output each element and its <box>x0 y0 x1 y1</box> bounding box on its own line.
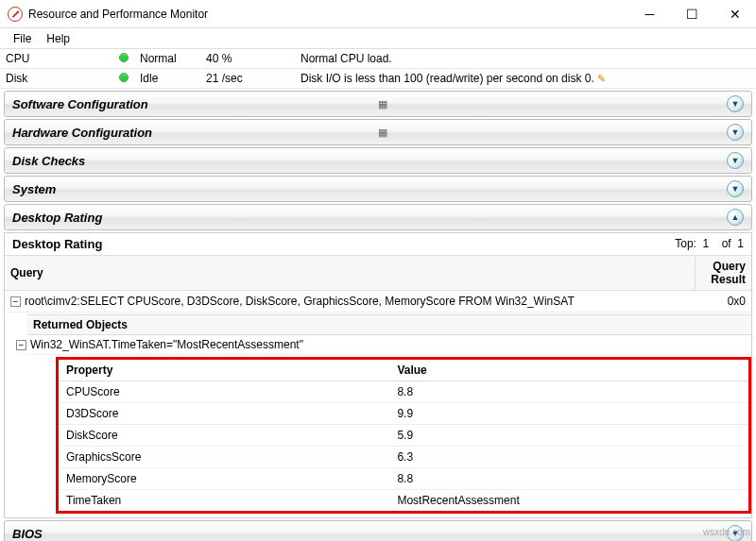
section-disk-checks[interactable]: Disk Checks ▼ <box>4 147 752 174</box>
expand-icon[interactable]: ▼ <box>727 95 744 112</box>
section-label: BIOS <box>12 527 43 541</box>
stat-cpu-desc: Normal CPU load. <box>295 49 756 69</box>
returned-objects-box: Returned Objects −Win32_WinSAT.TimeTaken… <box>27 314 751 514</box>
section-label: Disk Checks <box>12 154 85 168</box>
watermark: wsxdn.com <box>703 527 750 537</box>
queryresult-header: Query Result <box>695 256 751 291</box>
table-row: GraphicsScore6.3 <box>59 447 748 468</box>
query-table: Query Query Result −root\cimv2:SELECT CP… <box>5 256 751 313</box>
stat-cpu-label: CPU <box>0 49 113 69</box>
stat-disk-desc: Disk I/O is less than 100 (read/write) p… <box>301 72 594 85</box>
table-row: CPUScore8.8 <box>59 381 748 403</box>
edit-icon[interactable]: ✎ <box>597 73 606 85</box>
section-label: Desktop Rating <box>12 211 102 225</box>
minimize-button[interactable]: ─ <box>628 0 671 27</box>
query-text: root\cimv2:SELECT CPUScore, D3DScore, Di… <box>25 295 575 308</box>
section-label: Hardware Configuration <box>12 126 152 140</box>
table-row: MemoryScore8.8 <box>59 468 748 490</box>
calendar-icon: ▦ <box>378 127 387 139</box>
stat-cpu-value: 40 % <box>200 49 295 69</box>
menu-file[interactable]: File <box>6 30 39 47</box>
window-title: Resource and Performance Monitor <box>28 8 628 21</box>
returned-object-row: −Win32_WinSAT.TimeTaken="MostRecentAsses… <box>27 335 751 355</box>
scores-box: Property Value CPUScore8.8 D3DScore9.9 D… <box>56 357 751 514</box>
scores-table: Property Value CPUScore8.8 D3DScore9.9 D… <box>59 360 748 511</box>
section-label: System <box>12 182 56 196</box>
status-dot-icon <box>119 53 129 62</box>
rating-pager: Top: 1 of 1 <box>675 237 744 251</box>
calendar-icon: ▦ <box>378 98 387 110</box>
stat-disk-status: Idle <box>134 69 200 89</box>
tree-collapse-icon[interactable]: − <box>10 296 21 307</box>
tree-collapse-icon[interactable]: − <box>16 340 26 350</box>
collapse-icon[interactable]: ▲ <box>727 209 744 226</box>
property-header: Property <box>59 360 389 381</box>
expand-icon[interactable]: ▼ <box>727 152 744 169</box>
section-bios[interactable]: BIOS ▼ <box>4 520 752 541</box>
table-row: TimeTakenMostRecentAssessment <box>59 490 748 512</box>
section-hardware-config[interactable]: Hardware Configuration ▦ ▼ <box>4 119 752 145</box>
stat-disk-label: Disk <box>0 69 113 89</box>
rating-heading: Desktop Rating <box>12 237 102 251</box>
section-label: Software Configuration <box>12 97 148 111</box>
value-header: Value <box>389 360 748 381</box>
query-row: −root\cimv2:SELECT CPUScore, D3DScore, D… <box>5 291 751 313</box>
titlebar: Resource and Performance Monitor ─ ☐ ✕ <box>0 0 756 28</box>
stat-row-disk: Disk Idle 21 /sec Disk I/O is less than … <box>0 69 756 89</box>
status-dot-icon <box>119 73 129 82</box>
table-row: D3DScore9.9 <box>59 403 748 425</box>
window-controls: ─ ☐ ✕ <box>628 0 756 27</box>
maximize-button[interactable]: ☐ <box>671 0 713 27</box>
stat-cpu-status: Normal <box>134 49 200 69</box>
query-result: 0x0 <box>695 291 751 313</box>
returned-header: Returned Objects <box>27 314 751 335</box>
menu-help[interactable]: Help <box>39 30 77 47</box>
stat-disk-value: 21 /sec <box>200 69 295 89</box>
section-desktop-rating[interactable]: Desktop Rating ▲ <box>4 204 752 230</box>
app-icon <box>8 7 23 22</box>
desktop-rating-panel: Desktop Rating Top: 1 of 1 Query Query R… <box>4 232 752 518</box>
close-button[interactable]: ✕ <box>713 0 756 27</box>
stat-row-cpu: CPU Normal 40 % Normal CPU load. <box>0 49 756 69</box>
menubar: File Help <box>0 28 756 49</box>
content-area: CPU Normal 40 % Normal CPU load. Disk Id… <box>0 49 756 541</box>
expand-icon[interactable]: ▼ <box>727 180 744 197</box>
query-header: Query <box>5 256 695 291</box>
table-row: DiskScore5.9 <box>59 425 748 447</box>
rating-heading-row: Desktop Rating Top: 1 of 1 <box>5 233 751 256</box>
stats-table: CPU Normal 40 % Normal CPU load. Disk Id… <box>0 49 756 89</box>
returned-object-name: Win32_WinSAT.TimeTaken="MostRecentAssess… <box>30 338 303 351</box>
section-software-config[interactable]: Software Configuration ▦ ▼ <box>4 91 752 117</box>
expand-icon[interactable]: ▼ <box>727 124 744 141</box>
section-system[interactable]: System ▼ <box>4 176 752 202</box>
